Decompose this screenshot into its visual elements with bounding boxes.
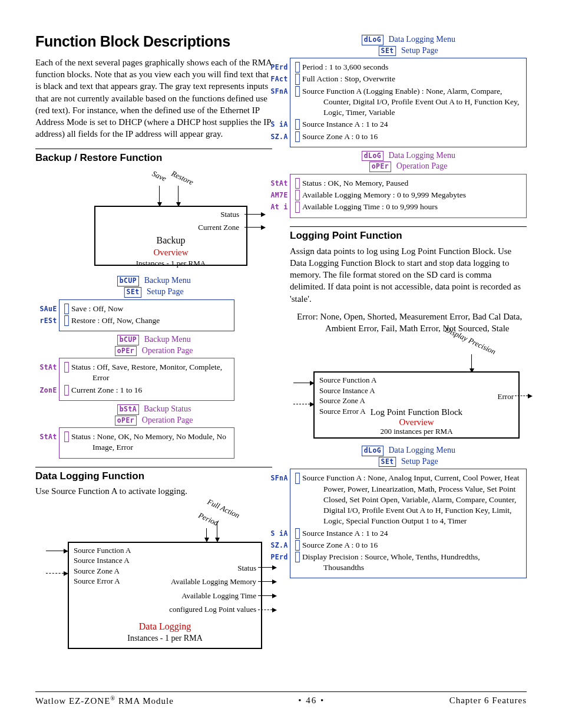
label-save: Save [150,169,168,184]
logpoint-intro: Assign data points to log using Log Poin… [290,245,527,305]
backup-box1-header: bCUP Backup Menu SEt Setup Page [35,275,272,297]
datalog-box1: PErdPeriod : 1 to 3,600 seconds FActFull… [290,58,527,147]
page-title: Function Block Descriptions [35,32,272,52]
right-column: dLoG Data Logging Menu SEt Setup Page PE… [290,29,527,678]
logpoint-diagram: Display Precision Source Function A Sour… [290,339,527,439]
block-sub: Overview [100,246,242,258]
datalog-intro: Use Source Function A to activate loggin… [35,485,272,497]
logpoint-box-header: dLoG Data Logging Menu SEt Setup Page [290,445,527,467]
backup-box3-header: bStA Backup Status oPEr Operation Page [35,404,272,426]
seg-bcup: bCUP [117,276,139,286]
footer-page: • 46 • [298,694,325,707]
logpoint-error: Error: None, Open, Shorted, Measurement … [290,311,527,335]
datalog-heading: Data Logging Function [35,467,272,483]
backup-box2: StAtStatus : Off, Save, Restore, Monitor… [59,358,234,401]
logpoint-box: SFnASource Function A : None, Analog Inp… [290,469,527,578]
datalog-diagram: Full Action Period Source Function A Sou… [35,503,272,651]
backup-box2-header: bCUP Backup Menu oPEr Operation Page [35,334,272,356]
logpoint-heading: Logging Point Function [290,226,527,243]
page-footer: Watlow EZ-ZONE® RMA Module • 46 • Chapte… [35,691,527,707]
out-status: Status [100,209,242,220]
seg-set: SEt [124,287,142,298]
block-name: Backup [100,234,242,247]
left-column: Function Block Descriptions Each of the … [35,29,272,678]
footer-left: Watlow EZ-ZONE [35,696,110,706]
footer-right: Chapter 6 Features [449,694,527,707]
datalog-box2: StAtStatus : OK, No Memory, Paused AM7EA… [290,174,527,218]
out-czone: Current Zone [100,222,242,233]
block-inst: Instances - 1 per RMA [100,258,242,269]
backup-heading: Backup / Restore Function [35,149,272,165]
datalog-box2-header: dLoG Data Logging Menu oPEr Operation Pa… [290,150,527,172]
backup-box1: SAuESave : Off, Now rEStRestore : Off, N… [59,299,234,331]
intro-paragraph: Each of the next several pages graphical… [35,57,272,140]
backup-box3: StAtStatus : None, OK, No Memory, No Mod… [59,427,234,458]
label-restore: Restore [170,169,195,187]
datalog-box1-header: dLoG Data Logging Menu SEt Setup Page [290,34,527,56]
backup-diagram: Save Restore Status Current Zone Backup … [35,169,272,269]
